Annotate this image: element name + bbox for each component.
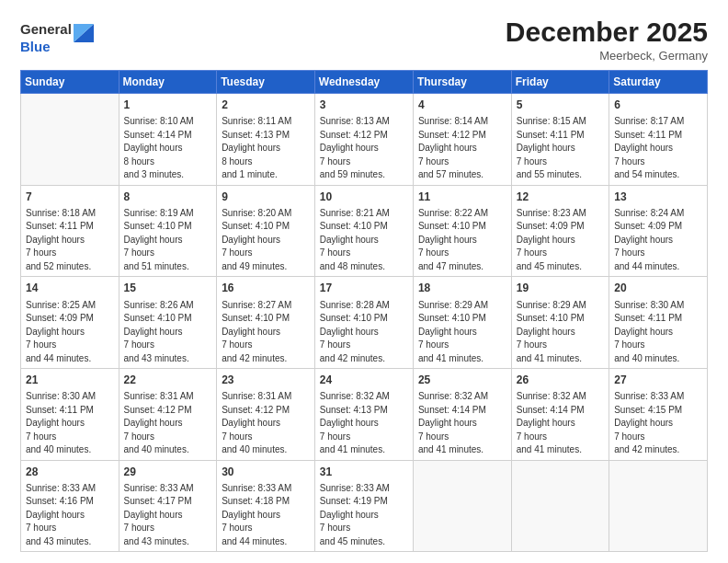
calendar-cell: 20 Sunrise: 8:30 AMSunset: 4:11 PMDaylig…: [609, 277, 708, 369]
calendar-cell: 27 Sunrise: 8:33 AMSunset: 4:15 PMDaylig…: [609, 369, 708, 461]
day-number: 24: [320, 373, 408, 387]
day-info: Sunrise: 8:32 AMSunset: 4:13 PMDaylight …: [320, 391, 390, 454]
calendar-cell: 14 Sunrise: 8:25 AMSunset: 4:09 PMDaylig…: [21, 277, 119, 369]
logo-icon: [74, 17, 94, 42]
day-number: 22: [124, 373, 212, 387]
day-info: Sunrise: 8:20 AMSunset: 4:10 PMDaylight …: [222, 208, 291, 271]
calendar-week-2: 7 Sunrise: 8:18 AMSunset: 4:11 PMDayligh…: [21, 185, 708, 277]
day-info: Sunrise: 8:18 AMSunset: 4:11 PMDaylight …: [26, 208, 96, 271]
day-number: 15: [124, 281, 212, 295]
day-info: Sunrise: 8:30 AMSunset: 4:11 PMDaylight …: [614, 300, 684, 363]
calendar-cell: 12 Sunrise: 8:23 AMSunset: 4:09 PMDaylig…: [511, 185, 609, 277]
calendar-cell: [413, 460, 511, 552]
calendar-cell: 23 Sunrise: 8:31 AMSunset: 4:12 PMDaylig…: [217, 369, 315, 461]
day-number: 18: [418, 281, 506, 295]
day-info: Sunrise: 8:10 AMSunset: 4:14 PMDaylight …: [124, 116, 194, 179]
day-info: Sunrise: 8:31 AMSunset: 4:12 PMDaylight …: [222, 391, 291, 454]
title-block: December 2025 Meerbeck, Germany: [506, 17, 708, 63]
calendar-cell: 10 Sunrise: 8:21 AMSunset: 4:10 PMDaylig…: [314, 185, 413, 277]
calendar-cell: 3 Sunrise: 8:13 AMSunset: 4:12 PMDayligh…: [314, 94, 413, 186]
day-number: 26: [517, 373, 604, 387]
calendar-cell: 29 Sunrise: 8:33 AMSunset: 4:17 PMDaylig…: [119, 460, 217, 552]
calendar-cell: 25 Sunrise: 8:32 AMSunset: 4:14 PMDaylig…: [413, 369, 511, 461]
day-info: Sunrise: 8:32 AMSunset: 4:14 PMDaylight …: [418, 391, 488, 454]
day-number: 12: [517, 190, 604, 204]
calendar-cell: 1 Sunrise: 8:10 AMSunset: 4:14 PMDayligh…: [119, 94, 217, 186]
day-info: Sunrise: 8:14 AMSunset: 4:12 PMDaylight …: [418, 116, 488, 179]
location: Meerbeck, Germany: [506, 49, 708, 63]
day-info: Sunrise: 8:21 AMSunset: 4:10 PMDaylight …: [320, 208, 390, 271]
day-number: 2: [222, 98, 310, 112]
calendar-cell: 26 Sunrise: 8:32 AMSunset: 4:14 PMDaylig…: [511, 369, 609, 461]
day-info: Sunrise: 8:19 AMSunset: 4:10 PMDaylight …: [124, 208, 194, 271]
day-info: Sunrise: 8:33 AMSunset: 4:17 PMDaylight …: [124, 483, 194, 546]
day-info: Sunrise: 8:15 AMSunset: 4:11 PMDaylight …: [517, 116, 586, 179]
calendar-cell: 17 Sunrise: 8:28 AMSunset: 4:10 PMDaylig…: [314, 277, 413, 369]
calendar-cell: 18 Sunrise: 8:29 AMSunset: 4:10 PMDaylig…: [413, 277, 511, 369]
day-info: Sunrise: 8:25 AMSunset: 4:09 PMDaylight …: [26, 300, 96, 363]
day-info: Sunrise: 8:29 AMSunset: 4:10 PMDaylight …: [517, 300, 586, 363]
day-number: 31: [320, 465, 408, 479]
calendar-cell: 24 Sunrise: 8:32 AMSunset: 4:13 PMDaylig…: [314, 369, 413, 461]
logo-blue-text: Blue: [20, 39, 51, 55]
day-number: 7: [26, 190, 114, 204]
col-header-saturday: Saturday: [609, 71, 708, 94]
day-number: 11: [418, 190, 506, 204]
day-number: 27: [614, 373, 702, 387]
day-info: Sunrise: 8:33 AMSunset: 4:15 PMDaylight …: [614, 391, 684, 454]
day-number: 23: [222, 373, 310, 387]
calendar-cell: 11 Sunrise: 8:22 AMSunset: 4:10 PMDaylig…: [413, 185, 511, 277]
day-info: Sunrise: 8:33 AMSunset: 4:19 PMDaylight …: [320, 483, 390, 546]
day-number: 28: [26, 465, 114, 479]
calendar-cell: 21 Sunrise: 8:30 AMSunset: 4:11 PMDaylig…: [21, 369, 119, 461]
day-number: 20: [614, 281, 702, 295]
col-header-thursday: Thursday: [413, 71, 511, 94]
day-number: 30: [222, 465, 310, 479]
calendar-cell: [511, 460, 609, 552]
header: General Blue December 2025 Meerbeck, Ger…: [20, 17, 708, 63]
col-header-tuesday: Tuesday: [217, 71, 315, 94]
day-number: 8: [124, 190, 212, 204]
month-title: December 2025: [506, 17, 708, 47]
day-info: Sunrise: 8:13 AMSunset: 4:12 PMDaylight …: [320, 116, 390, 179]
logo: General Blue: [20, 17, 94, 55]
day-info: Sunrise: 8:33 AMSunset: 4:18 PMDaylight …: [222, 483, 291, 546]
day-number: 19: [517, 281, 604, 295]
day-number: 3: [320, 98, 408, 112]
day-info: Sunrise: 8:29 AMSunset: 4:10 PMDaylight …: [418, 300, 488, 363]
day-info: Sunrise: 8:33 AMSunset: 4:16 PMDaylight …: [26, 483, 96, 546]
calendar-week-1: 1 Sunrise: 8:10 AMSunset: 4:14 PMDayligh…: [21, 94, 708, 186]
calendar-cell: 6 Sunrise: 8:17 AMSunset: 4:11 PMDayligh…: [609, 94, 708, 186]
day-number: 4: [418, 98, 506, 112]
day-info: Sunrise: 8:17 AMSunset: 4:11 PMDaylight …: [614, 116, 684, 179]
day-info: Sunrise: 8:31 AMSunset: 4:12 PMDaylight …: [124, 391, 194, 454]
day-info: Sunrise: 8:27 AMSunset: 4:10 PMDaylight …: [222, 300, 291, 363]
calendar-cell: 9 Sunrise: 8:20 AMSunset: 4:10 PMDayligh…: [217, 185, 315, 277]
day-number: 6: [614, 98, 702, 112]
day-info: Sunrise: 8:11 AMSunset: 4:13 PMDaylight …: [222, 116, 291, 179]
calendar-cell: [21, 94, 119, 186]
calendar-cell: 7 Sunrise: 8:18 AMSunset: 4:11 PMDayligh…: [21, 185, 119, 277]
calendar-cell: 5 Sunrise: 8:15 AMSunset: 4:11 PMDayligh…: [511, 94, 609, 186]
day-number: 21: [26, 373, 114, 387]
calendar-cell: [609, 460, 708, 552]
calendar-cell: 31 Sunrise: 8:33 AMSunset: 4:19 PMDaylig…: [314, 460, 413, 552]
calendar-cell: 30 Sunrise: 8:33 AMSunset: 4:18 PMDaylig…: [217, 460, 315, 552]
day-number: 14: [26, 281, 114, 295]
day-info: Sunrise: 8:22 AMSunset: 4:10 PMDaylight …: [418, 208, 488, 271]
calendar-week-4: 21 Sunrise: 8:30 AMSunset: 4:11 PMDaylig…: [21, 369, 708, 461]
logo-general-text: General: [20, 21, 72, 38]
calendar-cell: 8 Sunrise: 8:19 AMSunset: 4:10 PMDayligh…: [119, 185, 217, 277]
day-info: Sunrise: 8:30 AMSunset: 4:11 PMDaylight …: [26, 391, 96, 454]
day-number: 5: [517, 98, 604, 112]
day-number: 17: [320, 281, 408, 295]
calendar-cell: 15 Sunrise: 8:26 AMSunset: 4:10 PMDaylig…: [119, 277, 217, 369]
day-number: 10: [320, 190, 408, 204]
calendar-week-3: 14 Sunrise: 8:25 AMSunset: 4:09 PMDaylig…: [21, 277, 708, 369]
calendar-week-5: 28 Sunrise: 8:33 AMSunset: 4:16 PMDaylig…: [21, 460, 708, 552]
calendar-header-row: SundayMondayTuesdayWednesdayThursdayFrid…: [21, 71, 708, 94]
day-number: 25: [418, 373, 506, 387]
day-info: Sunrise: 8:26 AMSunset: 4:10 PMDaylight …: [124, 300, 194, 363]
day-info: Sunrise: 8:23 AMSunset: 4:09 PMDaylight …: [517, 208, 586, 271]
calendar: SundayMondayTuesdayWednesdayThursdayFrid…: [20, 70, 708, 552]
